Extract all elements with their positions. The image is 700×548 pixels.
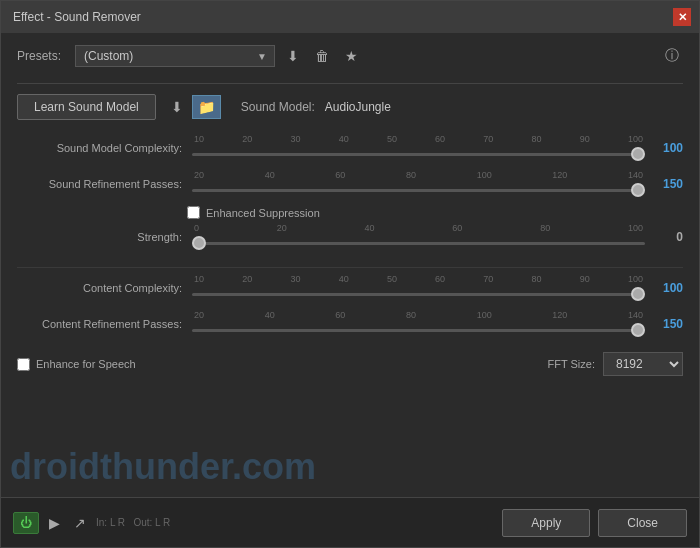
- enhanced-suppression-label[interactable]: Enhanced Suppression: [206, 207, 320, 219]
- save-preset-button[interactable]: ⬇: [283, 46, 303, 66]
- sound-refinement-passes-value: 150: [653, 177, 683, 191]
- sound-refinement-passes-row: Sound Refinement Passes: 204060801001201…: [17, 170, 683, 198]
- apply-button[interactable]: Apply: [502, 509, 590, 537]
- divider-1: [17, 83, 683, 84]
- strength-value: 0: [653, 230, 683, 244]
- presets-dropdown-wrapper: (Custom)Default ▼: [75, 45, 275, 67]
- content-complexity-slider-container: 102030405060708090100: [192, 274, 645, 302]
- content-complexity-slider[interactable]: [192, 286, 645, 302]
- section-divider: [17, 267, 683, 268]
- sound-refinement-passes-slider-container: 20406080100120140: [192, 170, 645, 198]
- sound-model-complexity-slider[interactable]: [192, 146, 645, 162]
- fft-size-dropdown[interactable]: 8192 512 1024 2048 4096 16384: [603, 352, 683, 376]
- learn-icons: ⬇ 📁: [166, 95, 221, 119]
- sound-model-complexity-slider-container: 102030405060708090100: [192, 134, 645, 162]
- sound-refinement-passes-ticks: 20406080100120140: [192, 170, 645, 180]
- delete-preset-button[interactable]: 🗑: [311, 46, 333, 66]
- main-window: Effect - Sound Remover ✕ Presets: (Custo…: [0, 0, 700, 548]
- enhance-for-speech-checkbox[interactable]: [17, 358, 30, 371]
- export-button[interactable]: ↗: [70, 513, 90, 533]
- presets-dropdown[interactable]: (Custom)Default: [75, 45, 275, 67]
- sound-model-complexity-ticks: 102030405060708090100: [192, 134, 645, 144]
- title-bar: Effect - Sound Remover ✕: [1, 1, 699, 33]
- window-close-button[interactable]: ✕: [673, 8, 691, 26]
- content-refinement-passes-slider-container: 20406080100120140: [192, 310, 645, 338]
- play-button[interactable]: ▶: [45, 513, 64, 533]
- strength-slider[interactable]: [192, 235, 645, 251]
- learn-row: Learn Sound Model ⬇ 📁 Sound Model: Audio…: [17, 94, 683, 120]
- content-complexity-row: Content Complexity: 10203040506070809010…: [17, 274, 683, 302]
- strength-label: Strength:: [17, 231, 192, 243]
- enhance-for-speech-label[interactable]: Enhance for Speech: [36, 358, 136, 370]
- footer: ⏻ ▶ ↗ In: L R Out: L R Apply Close: [1, 497, 699, 547]
- presets-icons: ⬇ 🗑 ★ ⓘ: [283, 45, 683, 67]
- sound-model-complexity-row: Sound Model Complexity: 1020304050607080…: [17, 134, 683, 162]
- power-button[interactable]: ⏻: [13, 512, 39, 534]
- strength-row: Strength: 020406080100 0: [17, 223, 683, 251]
- content-refinement-passes-ticks: 20406080100120140: [192, 310, 645, 320]
- info-button[interactable]: ⓘ: [661, 45, 683, 67]
- import-sound-model-button[interactable]: ⬇: [166, 96, 188, 118]
- content-refinement-passes-label: Content Refinement Passes:: [17, 318, 192, 330]
- fft-section: FFT Size: 8192 512 1024 2048 4096 16384: [548, 352, 683, 376]
- presets-row: Presets: (Custom)Default ▼ ⬇ 🗑 ★ ⓘ: [17, 45, 683, 67]
- strength-ticks: 020406080100: [192, 223, 645, 233]
- content-refinement-passes-slider[interactable]: [192, 322, 645, 338]
- footer-left: ⏻ ▶ ↗ In: L R Out: L R: [13, 512, 170, 534]
- window-title: Effect - Sound Remover: [13, 10, 141, 24]
- sound-refinement-passes-slider[interactable]: [192, 182, 645, 198]
- sound-model-complexity-label: Sound Model Complexity:: [17, 142, 192, 154]
- footer-right: Apply Close: [502, 509, 687, 537]
- presets-label: Presets:: [17, 49, 67, 63]
- enhance-for-speech-row: Enhance for Speech: [17, 358, 136, 371]
- input-label: In: L R Out: L R: [96, 517, 170, 528]
- content-refinement-passes-value: 150: [653, 317, 683, 331]
- close-button[interactable]: Close: [598, 509, 687, 537]
- favorite-preset-button[interactable]: ★: [341, 46, 362, 66]
- fft-size-label: FFT Size:: [548, 358, 595, 370]
- bottom-section: Enhance for Speech FFT Size: 8192 512 10…: [17, 352, 683, 376]
- content-refinement-passes-row: Content Refinement Passes: 2040608010012…: [17, 310, 683, 338]
- content-complexity-ticks: 102030405060708090100: [192, 274, 645, 284]
- enhanced-suppression-row: Enhanced Suppression: [17, 206, 683, 219]
- sound-refinement-passes-label: Sound Refinement Passes:: [17, 178, 192, 190]
- sound-model-complexity-value: 100: [653, 141, 683, 155]
- content-complexity-label: Content Complexity:: [17, 282, 192, 294]
- enhanced-suppression-checkbox[interactable]: [187, 206, 200, 219]
- content-complexity-value: 100: [653, 281, 683, 295]
- sound-model-value: AudioJungle: [325, 100, 391, 114]
- sound-model-label: Sound Model:: [241, 100, 315, 114]
- main-content: Presets: (Custom)Default ▼ ⬇ 🗑 ★ ⓘ Learn…: [1, 33, 699, 497]
- folder-sound-model-button[interactable]: 📁: [192, 95, 221, 119]
- strength-slider-container: 020406080100: [192, 223, 645, 251]
- learn-sound-model-button[interactable]: Learn Sound Model: [17, 94, 156, 120]
